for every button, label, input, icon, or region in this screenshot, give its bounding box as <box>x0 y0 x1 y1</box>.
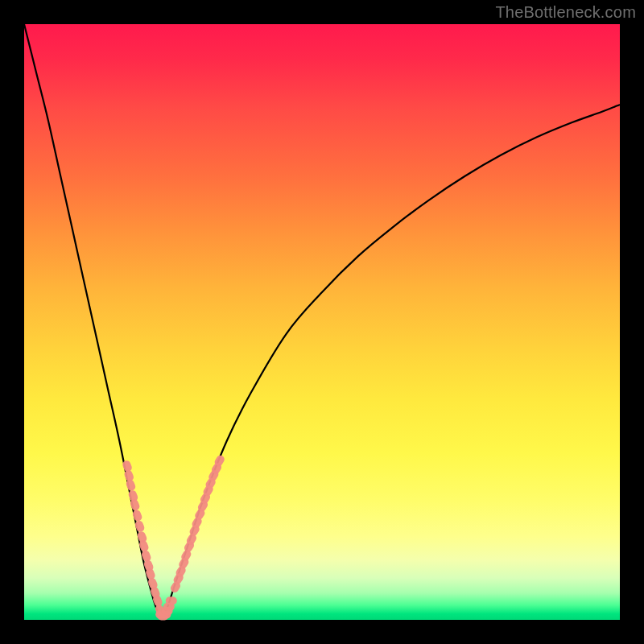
plot-area <box>24 24 620 620</box>
watermark-text: TheBottleneck.com <box>495 3 636 22</box>
chart-frame: TheBottleneck.com <box>0 0 644 644</box>
marker-group <box>122 454 226 621</box>
marker-point <box>166 597 177 605</box>
bottleneck-curve <box>24 24 620 617</box>
chart-svg <box>24 24 620 620</box>
